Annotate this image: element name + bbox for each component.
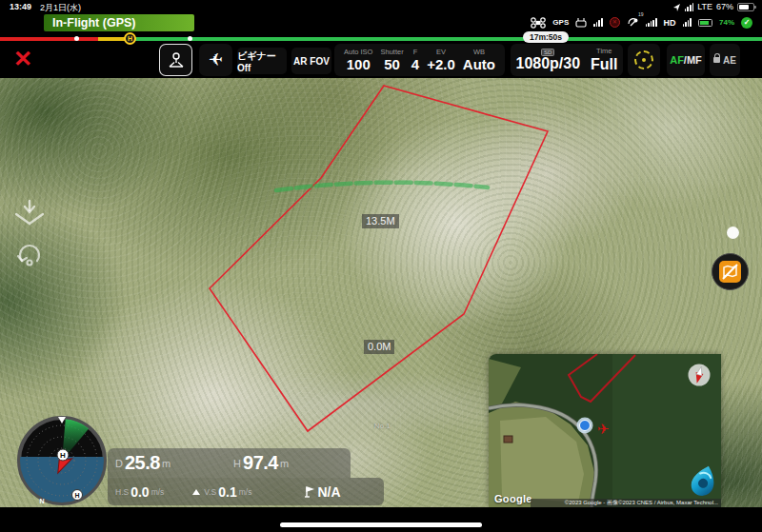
pilot-location-dot: [580, 421, 591, 431]
altitude-offset-label-top: 13.5M: [362, 214, 399, 228]
resolution-value: 1080p/30: [515, 56, 580, 71]
wind-value: N/A: [317, 484, 340, 500]
shutter-setting[interactable]: Shutter 50: [381, 49, 404, 72]
ae-label: AE: [723, 55, 736, 66]
distance-label: D: [115, 458, 123, 469]
home-indicator[interactable]: [280, 522, 482, 527]
system-ok-icon: ✓: [741, 17, 752, 29]
focus-button[interactable]: [628, 44, 660, 76]
wb-setting[interactable]: WB Auto: [463, 49, 495, 72]
minimap-compass[interactable]: [689, 365, 711, 386]
location-arrow-icon: [672, 3, 681, 11]
vspeed-unit: m/s: [239, 487, 252, 497]
altitude-offset-label-bottom: 0.0M: [364, 340, 394, 354]
progress-dot-1: [74, 36, 79, 41]
iso-label: Auto ISO: [344, 49, 372, 56]
video-settings-panel[interactable]: SD 1080p/30 Time Full: [511, 44, 623, 76]
auto-landing-icon[interactable]: [11, 198, 48, 232]
flight-mode-badge[interactable]: In-Flight (GPS): [44, 14, 194, 31]
map-pin-icon: [167, 50, 186, 69]
app-screen: 13.5M 0.0M No.1: [0, 0, 762, 532]
ev-value: +2.0: [427, 57, 455, 71]
home-point-label: H: [60, 451, 66, 460]
map-pin-mode-button[interactable]: [159, 44, 192, 76]
shutter-value: 50: [384, 57, 400, 71]
bottom-bar: [0, 507, 762, 532]
hd-label: HD: [664, 18, 676, 28]
satellite-icon: 19: [627, 14, 639, 31]
height-unit: m: [280, 458, 289, 469]
aperture-label: F: [413, 49, 418, 56]
vspeed-value: 0.1: [218, 484, 236, 500]
close-button[interactable]: ✕: [13, 47, 32, 71]
map-mode-button[interactable]: [712, 253, 749, 290]
wb-value: Auto: [463, 57, 495, 71]
af-mf-toggle[interactable]: AF /MF: [667, 44, 705, 76]
progress-segment-critical: [0, 37, 98, 41]
time-label: Time: [596, 48, 612, 55]
minimap[interactable]: ✈ Google ©2023 Google - 画像©2023 CNES / A…: [489, 354, 721, 507]
height-label: H: [233, 458, 241, 469]
vspeed-arrow-icon: [192, 489, 200, 495]
flight-timer-badge: 17m:50s: [523, 31, 569, 43]
iso-setting[interactable]: Auto ISO 100: [344, 49, 372, 72]
hspeed-value: 0.0: [130, 484, 149, 500]
aperture-value: 4: [411, 57, 419, 71]
focus-dot-icon: [642, 58, 646, 62]
home-edge-label: H: [74, 492, 79, 499]
airplane-icon: ✈: [209, 49, 223, 70]
lte-label: LTE: [697, 2, 712, 11]
drone-battery-percent: 74%: [719, 18, 734, 27]
return-to-home-icon[interactable]: [15, 238, 44, 270]
vspeed-label: V.S: [204, 487, 216, 497]
wind-icon: [303, 485, 314, 499]
google-logo: Google: [494, 493, 532, 504]
top-header: 13:49 2月1日(水) LTE 67% GPS: [0, 0, 762, 78]
attitude-compass[interactable]: H H N: [16, 415, 108, 506]
app-status-cluster: GPS ✕ 19 HD 74% ✓: [531, 14, 752, 30]
clock: 13:49: [10, 2, 31, 11]
mf-label: /MF: [684, 54, 702, 66]
drone-status-icon: [531, 17, 546, 29]
ios-status-cluster: LTE 67%: [672, 2, 754, 11]
ev-label: EV: [436, 49, 446, 56]
hd-signal-bars: [683, 18, 692, 27]
resolution-setting[interactable]: SD 1080p/30: [515, 49, 580, 71]
progress-dot-2: [188, 36, 192, 41]
map-attribution: ©2023 Google - 画像©2023 CNES / Airbus, Ma…: [531, 499, 721, 507]
telemetry-secondary: H.S 0.0 m/s V.S 0.1 m/s N/A: [108, 478, 384, 505]
ios-battery-percent: 67%: [716, 2, 733, 11]
minimap-building: [504, 436, 512, 443]
cellular-signal-icon: [685, 3, 693, 11]
map-disabled-icon: [719, 261, 741, 283]
rc-signal-bars: [593, 18, 602, 27]
drone-position-icon: ✈: [597, 421, 610, 437]
date: 2月1日(水): [40, 2, 81, 14]
progress-segment-safe: [130, 37, 762, 41]
distance-unit: m: [162, 458, 170, 469]
sensor-status-icon: ✕: [610, 17, 620, 28]
ae-lock-button[interactable]: AE: [710, 44, 740, 76]
remote-controller-icon: [575, 17, 587, 28]
satellite-count: 19: [638, 11, 644, 17]
ev-setting[interactable]: EV +2.0: [427, 49, 455, 72]
flight-mode-button[interactable]: ✈: [199, 44, 232, 76]
lock-icon: [713, 57, 720, 63]
hspeed-label: H.S: [115, 487, 129, 497]
progress-home-marker: H: [124, 32, 136, 45]
waypoint-label: No.1: [374, 422, 391, 430]
hspeed-unit: m/s: [151, 487, 165, 497]
aperture-setting[interactable]: F 4: [411, 49, 419, 72]
north-label: N: [39, 498, 44, 504]
edge-handle-dot[interactable]: [727, 227, 739, 239]
camera-settings-panel[interactable]: Auto ISO 100 Shutter 50 F 4 EV +2.0 WB A…: [334, 44, 505, 76]
ar-fov-button[interactable]: AR FOV: [291, 48, 331, 74]
drone-battery-icon: [698, 19, 712, 27]
beginner-mode-button[interactable]: ビギナーOff: [237, 48, 287, 74]
telemetry-primary: D 25.8 m H 97.4 m: [108, 448, 351, 478]
time-setting[interactable]: Time Full: [591, 48, 617, 72]
ios-battery-icon: [737, 3, 754, 11]
shutter-label: Shutter: [381, 49, 404, 56]
distance-value: 25.8: [125, 452, 160, 474]
iso-value: 100: [347, 57, 371, 71]
